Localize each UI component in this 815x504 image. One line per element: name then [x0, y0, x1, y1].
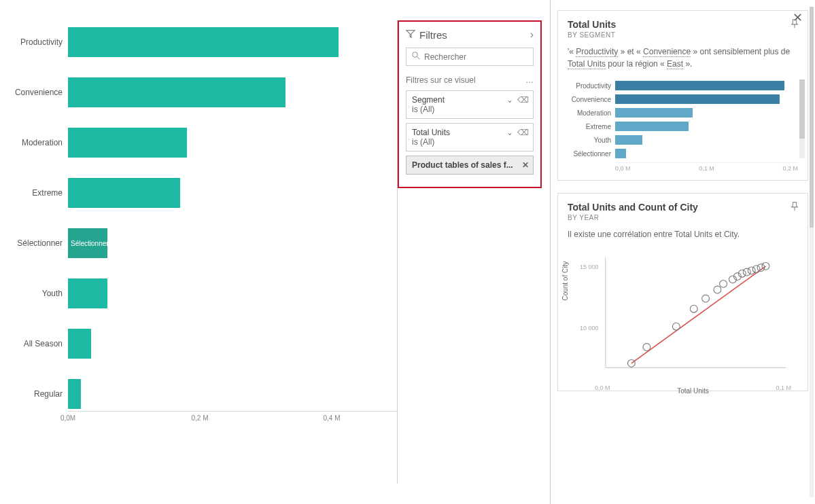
small-bar[interactable] — [615, 94, 780, 104]
scatter-chart[interactable]: Count of City 15 000 10 000 0,0 M0,1 M T… — [568, 250, 798, 382]
bar[interactable] — [68, 329, 91, 359]
small-chart-axis: 0,0 M0,1 M0,2 M — [615, 162, 798, 172]
small-bar[interactable] — [615, 135, 642, 145]
insight2-title: Total Units and Count of City — [568, 202, 798, 213]
small-bar-label: Convenience — [568, 96, 615, 103]
svg-point-11 — [720, 280, 727, 287]
svg-point-9 — [702, 295, 710, 302]
svg-point-5 — [627, 359, 635, 367]
scrollbar[interactable] — [799, 79, 805, 158]
eraser-icon[interactable]: ⌫ — [517, 95, 529, 105]
pin-icon[interactable] — [790, 202, 799, 213]
svg-point-10 — [714, 286, 721, 293]
svg-point-7 — [672, 323, 680, 330]
bar-label: Regular — [0, 389, 68, 399]
chevron-right-icon[interactable]: › — [530, 29, 534, 41]
more-icon[interactable]: … — [525, 75, 534, 85]
svg-point-15 — [743, 268, 750, 276]
search-icon — [412, 52, 420, 62]
insight2-text: Il existe une corrélation entre Total Un… — [568, 228, 798, 240]
small-bar[interactable] — [615, 149, 626, 158]
filter-card-selected-label: Product tables of sales f... — [412, 160, 513, 170]
filter-card[interactable]: Total Unitsis (All)⌄⌫ — [406, 123, 534, 151]
small-bar-label: Productivity — [568, 82, 615, 90]
svg-point-16 — [748, 267, 755, 274]
insight1-text: '« Productivity » et « Convenience » ont… — [568, 46, 798, 70]
small-bar-label: Extreme — [568, 123, 615, 130]
filter-icon — [406, 29, 415, 41]
y-tick: 10 000 — [580, 325, 599, 331]
small-bar-label: Moderation — [568, 109, 615, 117]
eraser-icon[interactable]: ⌫ — [517, 128, 529, 137]
insight2-subtitle: BY YEAR — [568, 214, 798, 221]
insight-card-segment[interactable]: Total Units BY SEGMENT '« Productivity »… — [557, 10, 808, 181]
small-bar-chart[interactable]: ProductivityConvenienceModerationExtreme… — [568, 79, 798, 172]
svg-line-4 — [631, 266, 766, 363]
insight1-subtitle: BY SEGMENT — [568, 31, 798, 39]
bar[interactable]: Sélectionner — [68, 228, 107, 258]
page-scrollbar[interactable] — [810, 7, 814, 497]
filter-card-selected[interactable]: Product tables of sales f... ✕ — [406, 156, 534, 175]
insight1-title: Total Units — [568, 19, 798, 30]
visual-filters-label: Filtres sur ce visuel — [406, 75, 476, 85]
chevron-down-icon[interactable]: ⌄ — [506, 95, 513, 105]
bar-label: Convenience — [0, 88, 68, 97]
insight-card-scatter[interactable]: Total Units and Count of City BY YEAR Il… — [557, 193, 808, 391]
pin-icon[interactable] — [790, 19, 799, 31]
filter-search-box[interactable] — [406, 48, 534, 66]
filters-title: Filtres — [419, 29, 447, 41]
filters-panel-highlighted: Filtres › Filtres sur ce visuel … Segmen… — [398, 20, 542, 188]
svg-point-6 — [643, 344, 651, 351]
svg-point-17 — [752, 266, 760, 273]
small-bar[interactable] — [615, 108, 693, 118]
bar-label: Productivity — [0, 37, 68, 47]
bar-label: Extreme — [0, 188, 68, 198]
small-bar-label: Youth — [568, 137, 615, 144]
svg-line-1 — [417, 57, 420, 60]
small-bar-label: Sélectionner — [568, 150, 615, 158]
small-bar[interactable] — [615, 81, 784, 90]
filters-column: Filtres › Filtres sur ce visuel … Segmen… — [398, 0, 551, 504]
main-chart-pane: ProductivityConvenienceModerationExtreme… — [0, 0, 398, 504]
y-tick: 15 000 — [580, 264, 599, 270]
scatter-plot-area — [568, 250, 798, 382]
main-chart-x-axis: 0,0M0,2 M0,4 M — [68, 411, 398, 425]
filter-search-input[interactable] — [424, 52, 527, 62]
chevron-down-icon[interactable]: ⌄ — [506, 128, 513, 137]
scatter-xlabel: Total Units — [588, 387, 798, 395]
bar[interactable] — [68, 178, 180, 208]
scatter-ylabel: Count of City — [561, 261, 569, 300]
close-icon[interactable]: ✕ — [522, 160, 529, 170]
bar[interactable] — [68, 77, 285, 107]
bar[interactable] — [68, 278, 107, 308]
bar-label: All Season — [0, 339, 68, 348]
bar-label: Moderation — [0, 138, 68, 147]
filter-card-value: is (All) — [412, 105, 527, 114]
bar[interactable] — [68, 27, 339, 57]
bar-label: Youth — [0, 289, 68, 298]
small-bar[interactable] — [615, 122, 689, 131]
svg-point-8 — [690, 305, 697, 312]
filter-card[interactable]: Segmentis (All)⌄⌫ — [406, 90, 534, 119]
insights-column: ✕ Total Units BY SEGMENT '« Productivity… — [551, 0, 815, 504]
bar[interactable] — [68, 128, 187, 158]
main-bar-chart[interactable]: ProductivityConvenienceModerationExtreme… — [0, 24, 398, 411]
filter-card-value: is (All) — [412, 137, 527, 147]
svg-point-19 — [762, 262, 769, 270]
bar[interactable] — [68, 379, 81, 409]
bar-label: Sélectionner — [0, 238, 68, 248]
svg-point-0 — [413, 52, 418, 58]
